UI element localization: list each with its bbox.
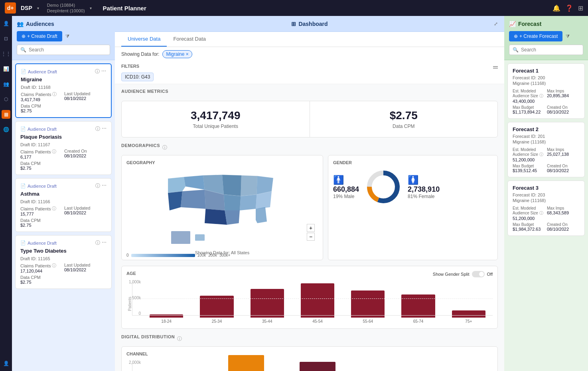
demographics-row: GEOGRAPHY bbox=[121, 155, 498, 260]
account-dropdown-arrow[interactable]: ▾ bbox=[90, 6, 92, 10]
filters-title: FILTERS bbox=[121, 64, 139, 69]
nav-globe[interactable]: 🌐 bbox=[2, 125, 10, 134]
grid-icon[interactable]: ⊞ bbox=[578, 4, 583, 12]
est-size-info-icon-1[interactable]: ⓘ bbox=[539, 94, 543, 98]
digital-dist-title: DIGITAL DISTRIBUTION bbox=[121, 334, 175, 339]
forecast-title: 📈 Forecast bbox=[509, 21, 583, 27]
nav-patient[interactable]: ▦ bbox=[2, 110, 10, 119]
us-map: 0 100k 200k 300k+ + − bbox=[126, 169, 318, 249]
forecast-card-2[interactable]: Forecast 2 Forecast ID: 201 Migraine (11… bbox=[507, 122, 585, 177]
age-bar-45-54: 45-54 bbox=[294, 283, 341, 324]
forecast-search-input[interactable] bbox=[521, 47, 581, 53]
demographics-info-icon[interactable]: ⓘ bbox=[162, 144, 167, 151]
expand-icon[interactable]: ⤢ bbox=[494, 21, 498, 27]
zoom-out-button[interactable]: − bbox=[307, 233, 315, 241]
audience-name-migraine: Migraine bbox=[21, 77, 106, 82]
digital-dist-info-icon[interactable]: ⓘ bbox=[177, 336, 182, 342]
product-dropdown-arrow[interactable]: ▾ bbox=[37, 6, 39, 10]
info-icon-claims2[interactable]: ⓘ bbox=[52, 206, 56, 212]
forecast-name-1: Forecast 1 bbox=[513, 68, 580, 74]
audience-card-plaque[interactable]: 📄 Audience Draft ⓘ ⋯ Plaque Psoriasis Dr… bbox=[15, 121, 112, 175]
svg-rect-1 bbox=[195, 234, 205, 241]
est-size-info-icon-3[interactable]: ⓘ bbox=[539, 211, 543, 215]
age-title: AGE bbox=[126, 271, 136, 276]
show-gender-split-toggle: Show Gender Split Off bbox=[433, 271, 493, 277]
info-icon-claims3[interactable]: ⓘ bbox=[52, 263, 56, 269]
tab-universe-data[interactable]: Universe Data bbox=[121, 32, 167, 47]
age-bars-container: 18-24 25-34 35-44 bbox=[142, 280, 493, 324]
product-name: DSP bbox=[21, 5, 32, 11]
filter-chip-migraine[interactable]: Migraine × bbox=[162, 50, 192, 58]
audience-name-diabetes: Type Two Diabetes bbox=[20, 248, 107, 254]
help-icon[interactable]: ❓ bbox=[565, 4, 573, 12]
nav-network[interactable]: ⬡ bbox=[2, 95, 10, 104]
audience-name-plaque: Plaque Psoriasis bbox=[20, 134, 107, 140]
forecast-card-3[interactable]: Forecast 3 Forecast ID: 203 Migraine (11… bbox=[507, 181, 585, 236]
age-bar-18-24: 18-24 bbox=[142, 314, 190, 324]
filter-icon[interactable]: ⧩ bbox=[65, 33, 69, 39]
cpm-value-0: $2.75 bbox=[21, 108, 63, 113]
audiences-icon: 👥 bbox=[17, 21, 24, 27]
notification-icon[interactable]: 🔔 bbox=[552, 4, 560, 12]
create-draft-button[interactable]: ⊕ + Create Draft bbox=[17, 31, 62, 41]
more-icon-card1[interactable]: ⋯ bbox=[102, 126, 107, 132]
filter-tag-icd10: ICD10: G43 bbox=[121, 73, 154, 81]
doc-icon-1: 📄 bbox=[20, 126, 26, 132]
account-name: Demo (10884) bbox=[47, 2, 85, 8]
est-size-info-icon-2[interactable]: ⓘ bbox=[539, 152, 543, 157]
metric-patients: 3,417,749 Total Unique Patients bbox=[122, 101, 310, 137]
forecast-panel: 📈 Forecast ⊕ + Create Forecast ⧩ 🔍 bbox=[504, 16, 588, 371]
nav-person[interactable]: 👤 bbox=[2, 19, 10, 28]
female-icon: 🚺 bbox=[408, 175, 440, 185]
audience-badge-3: 📄 Audience Draft bbox=[20, 240, 57, 245]
info-icon-claims0[interactable]: ⓘ bbox=[52, 91, 57, 97]
metric-label-patients: Total Unique Patients bbox=[130, 124, 302, 129]
nav-user-settings[interactable]: 👤 bbox=[2, 359, 10, 368]
info-icon-card0[interactable]: ⓘ bbox=[95, 68, 100, 75]
forecast-filter-icon[interactable]: ⧩ bbox=[566, 33, 570, 39]
more-icon-card2[interactable]: ⋯ bbox=[102, 183, 107, 189]
tab-forecast-data[interactable]: Forecast Data bbox=[167, 32, 212, 47]
audience-metrics-title: AUDIENCE METRICS bbox=[121, 89, 168, 94]
logo: d+ bbox=[5, 2, 16, 14]
page-title: Patient Planner bbox=[103, 5, 146, 12]
gender-split-toggle-switch[interactable] bbox=[472, 271, 485, 277]
male-pct: 19% Male bbox=[333, 194, 359, 199]
audience-card-migraine[interactable]: 📄 Audience Draft ⓘ ⋯ Migraine Draft ID: … bbox=[15, 63, 112, 118]
audience-badge-1: 📄 Audience Draft bbox=[20, 126, 57, 132]
info-icon-card2[interactable]: ⓘ bbox=[95, 183, 100, 189]
zoom-in-button[interactable]: + bbox=[307, 224, 315, 232]
channel-card: CHANNEL 2,000k 1,500k 1,000k 500k 0 Pati… bbox=[121, 346, 498, 371]
metric-value-patients: 3,417,749 bbox=[130, 109, 302, 122]
nav-audience[interactable]: 👥 bbox=[2, 80, 10, 88]
create-forecast-button[interactable]: ⊕ + Create Forecast bbox=[509, 31, 562, 41]
audiences-header: 👥 Audiences ⊕ + Create Draft ⧩ 🔍 bbox=[12, 16, 115, 60]
audience-search-input[interactable] bbox=[29, 47, 107, 53]
forecast-id-1: Forecast ID: 200 bbox=[513, 75, 580, 80]
more-icon-card0[interactable]: ⋯ bbox=[101, 68, 106, 75]
forecast-header: 📈 Forecast ⊕ + Create Forecast ⧩ 🔍 bbox=[504, 16, 588, 60]
plus-icon-forecast: ⊕ bbox=[514, 33, 518, 39]
info-icon-card3[interactable]: ⓘ bbox=[95, 239, 100, 246]
audience-card-diabetes[interactable]: 📄 Audience Draft ⓘ ⋯ Type Two Diabetes D… bbox=[15, 235, 112, 289]
info-icon-claims1[interactable]: ⓘ bbox=[52, 149, 56, 155]
doc-icon: 📄 bbox=[21, 69, 26, 74]
forecast-grid-1: Est. Modeled Audience Size ⓘ 43,400,000 … bbox=[513, 89, 580, 114]
dashboard-header: ⊞ Dashboard ⤢ bbox=[115, 16, 504, 32]
more-icon-card3[interactable]: ⋯ bbox=[102, 239, 107, 246]
audience-card-asthma[interactable]: 📄 Audience Draft ⓘ ⋯ Asthma Draft ID: 11… bbox=[15, 178, 112, 232]
channel-y-axis: 2,000k 1,500k 1,000k 500k 0 bbox=[126, 360, 141, 371]
forecast-card-1[interactable]: Forecast 1 Forecast ID: 200 Migraine (11… bbox=[507, 63, 585, 119]
audiences-title: 👥 Audiences bbox=[17, 21, 110, 27]
channel-bars-container: CTV Display Online Video bbox=[142, 360, 493, 371]
metric-value-cpm: $2.75 bbox=[318, 109, 490, 122]
forecast-audience-2: Migraine (11168) bbox=[513, 139, 580, 144]
nav-group[interactable]: ⋮⋮ bbox=[2, 49, 10, 58]
nav-chart[interactable]: 📊 bbox=[2, 65, 10, 73]
svg-rect-0 bbox=[171, 231, 190, 244]
nav-layers[interactable]: ⊡ bbox=[2, 34, 10, 43]
female-count: 2,738,910 bbox=[408, 185, 440, 194]
info-icon-card1[interactable]: ⓘ bbox=[95, 126, 100, 132]
metric-label-cpm: Data CPM bbox=[318, 124, 490, 129]
forecast-list: Forecast 1 Forecast ID: 200 Migraine (11… bbox=[504, 60, 588, 371]
